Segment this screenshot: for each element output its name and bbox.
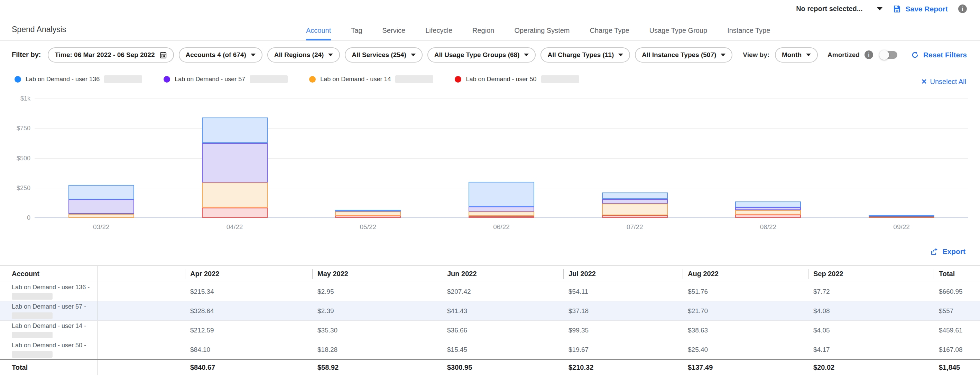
redacted-account-id	[395, 75, 433, 83]
bar-segment-lab-on-demand-user-14[interactable]	[469, 211, 534, 216]
bar-segment-lab-on-demand-user-14[interactable]	[602, 203, 668, 215]
value-cell: $660.95	[934, 288, 980, 295]
tab-lifecycle[interactable]: Lifecycle	[425, 27, 452, 40]
x-axis-tick-label: 07/22	[627, 223, 643, 231]
chevron-down-icon	[877, 7, 883, 10]
filter-pill-all-instance-types[interactable]: All Instance Types (507)	[635, 48, 732, 63]
tab-region[interactable]: Region	[473, 27, 494, 40]
value-cell: $212.59	[185, 327, 312, 334]
table-header-jul-2022[interactable]: Jul 2022	[563, 269, 682, 279]
tab-service[interactable]: Service	[382, 27, 406, 40]
table-header-may-2022[interactable]: May 2022	[312, 269, 442, 279]
account-cell: Lab on Demand - user 136 -	[0, 282, 97, 301]
chevron-down-icon	[806, 54, 811, 56]
table-row[interactable]: Lab on Demand - user 57 -$328.64$2.39$41…	[0, 301, 980, 321]
filter-pill-accounts-4[interactable]: Accounts 4 (of 674)	[179, 48, 262, 63]
value-cell: $18.28	[312, 346, 442, 354]
view-by-dropdown[interactable]: Month	[775, 48, 818, 63]
bar-segment-lab-on-demand-user-50[interactable]	[335, 216, 401, 218]
filter-pill-all-charge-types[interactable]: All Charge Types (11)	[541, 48, 630, 63]
filter-pill-all-usage-type-groups[interactable]: All Usage Type Groups (68)	[427, 48, 536, 63]
filter-pill-time[interactable]: Time: 06 Mar 2022 - 06 Sep 2022	[48, 48, 173, 63]
table-header-label: Apr 2022	[185, 269, 220, 279]
bar-segment-lab-on-demand-user-57[interactable]	[202, 143, 268, 182]
table-row[interactable]: Lab on Demand - user 14 -$212.59$35.30$3…	[0, 321, 980, 340]
bar-segment-lab-on-demand-user-50[interactable]	[202, 208, 268, 218]
filter-pill-all-regions[interactable]: All Regions (24)	[267, 48, 340, 63]
tab-tag[interactable]: Tag	[351, 27, 362, 40]
legend-item-lab-on-demand-user-14[interactable]: Lab on Demand - user 14	[309, 75, 433, 83]
export-icon	[930, 247, 939, 256]
title-tabs-row: Spend Analysis AccountTagServiceLifecycl…	[0, 20, 980, 41]
value-cell: $167.08	[934, 346, 980, 354]
table-header-sep-2022[interactable]: Sep 2022	[808, 269, 934, 279]
table-header-aug-2022[interactable]: Aug 2022	[682, 269, 808, 279]
tab-instance-type[interactable]: Instance Type	[727, 27, 770, 40]
reset-filters-button[interactable]: Reset Filters	[911, 51, 967, 59]
calendar-icon	[159, 51, 167, 59]
bar-segment-lab-on-demand-user-14[interactable]	[202, 182, 268, 208]
chart-plot-area[interactable]: 03/2204/2205/2206/2207/2208/2209/22	[35, 98, 968, 218]
chart-legend: Lab on Demand - user 136Lab on Demand - …	[14, 75, 579, 86]
filter-pill-all-services[interactable]: All Services (254)	[345, 48, 422, 63]
bar-segment-lab-on-demand-user-14[interactable]	[335, 211, 401, 216]
bar-segment-lab-on-demand-user-14[interactable]	[735, 210, 801, 214]
redacted-account-id	[12, 351, 52, 358]
tab-operating-system[interactable]: Operating System	[514, 27, 570, 40]
redacted-account-id	[250, 75, 288, 83]
chevron-down-icon	[721, 54, 725, 56]
y-axis-tick-label: $750	[17, 125, 30, 132]
bar-segment-lab-on-demand-user-57[interactable]	[68, 199, 134, 214]
bar-segment-lab-on-demand-user-136[interactable]	[335, 210, 401, 211]
tab-charge-type[interactable]: Charge Type	[590, 27, 629, 40]
save-report-button[interactable]: Save Report	[893, 5, 948, 13]
bar-segment-lab-on-demand-user-57[interactable]	[602, 199, 668, 203]
bar-segment-lab-on-demand-user-136[interactable]	[869, 215, 934, 216]
value-cell: $215.34	[185, 288, 312, 295]
bar-segment-lab-on-demand-user-50[interactable]	[602, 215, 668, 218]
refresh-icon	[911, 51, 919, 59]
table-header-row: AccountApr 2022May 2022Jun 2022Jul 2022A…	[0, 265, 980, 282]
x-axis-tick-label: 03/22	[93, 223, 110, 231]
table-header-account: Account	[0, 266, 97, 282]
value-cell: $19.67	[563, 346, 682, 354]
bar-segment-lab-on-demand-user-136[interactable]	[202, 117, 268, 143]
export-button[interactable]: Export	[930, 247, 966, 256]
bar-segment-lab-on-demand-user-136[interactable]	[469, 182, 534, 207]
total-label-cell: Total	[0, 360, 97, 375]
bar-segment-lab-on-demand-user-136[interactable]	[735, 201, 801, 208]
value-cell: $4.08	[808, 307, 934, 315]
value-cell: $328.64	[185, 307, 312, 315]
info-icon[interactable]: i	[958, 5, 967, 13]
legend-item-row: Lab on Demand - user 136	[14, 75, 142, 83]
table-header-jun-2022[interactable]: Jun 2022	[442, 269, 563, 279]
value-cell: $35.30	[312, 327, 442, 334]
legend-item-lab-on-demand-user-50[interactable]: Lab on Demand - user 50	[455, 75, 579, 86]
x-axis-tick-label: 04/22	[226, 223, 243, 231]
table-header-apr-2022[interactable]: Apr 2022	[185, 269, 312, 279]
bar-segment-lab-on-demand-user-50[interactable]	[735, 214, 801, 218]
amortized-toggle[interactable]	[880, 51, 897, 59]
bar-segment-lab-on-demand-user-136[interactable]	[602, 192, 668, 199]
value-cell: $207.42	[442, 288, 563, 295]
table-header-total[interactable]: Total	[934, 269, 980, 279]
amortized-info-icon[interactable]: i	[864, 51, 873, 59]
report-selector-dropdown[interactable]: No report selected...	[796, 5, 883, 13]
filter-pill-label: All Usage Type Groups (68)	[434, 51, 520, 59]
legend-item-lab-on-demand-user-136[interactable]: Lab on Demand - user 136	[14, 75, 142, 86]
legend-item-lab-on-demand-user-57[interactable]: Lab on Demand - user 57	[164, 75, 288, 83]
bar-segment-lab-on-demand-user-57[interactable]	[735, 207, 801, 210]
bar-segment-lab-on-demand-user-14[interactable]	[68, 214, 134, 218]
table-row[interactable]: Lab on Demand - user 50 -$84.10$18.28$15…	[0, 340, 980, 359]
bar-segment-lab-on-demand-user-136[interactable]	[68, 185, 134, 199]
close-icon: ✕	[921, 78, 927, 86]
legend-dot-icon	[309, 76, 316, 82]
table-row[interactable]: Lab on Demand - user 136 -$215.34$2.95$2…	[0, 282, 980, 301]
bar-segment-lab-on-demand-user-50[interactable]	[469, 216, 534, 218]
tab-account[interactable]: Account	[306, 27, 331, 40]
bar-segment-lab-on-demand-user-57[interactable]	[469, 207, 534, 211]
tab-usage-type-group[interactable]: Usage Type Group	[649, 27, 708, 40]
unselect-all-button[interactable]: ✕ Unselect All	[921, 78, 966, 86]
table-header-label: Jul 2022	[563, 269, 596, 279]
account-name: Lab on Demand - user 50 -	[12, 341, 97, 349]
